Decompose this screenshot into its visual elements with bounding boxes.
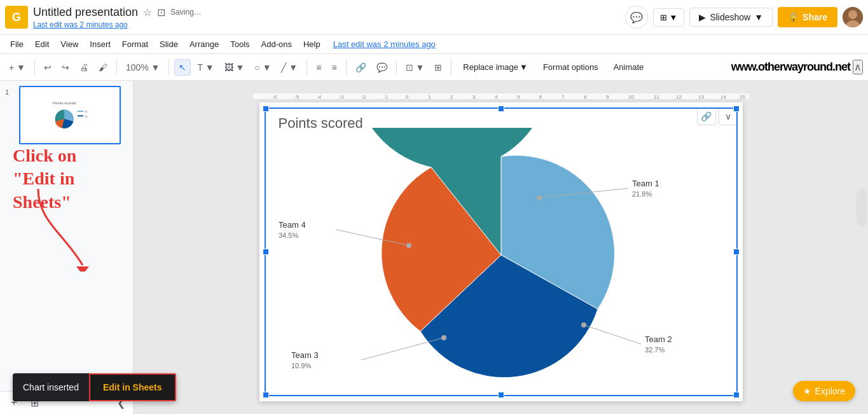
chart-controls: 🔗 ∨ — [697, 107, 738, 125]
separator-2 — [116, 60, 117, 75]
svg-point-46 — [406, 243, 411, 248]
svg-text:-6: -6 — [272, 94, 277, 100]
svg-text:Team 3: Team 3 — [291, 350, 319, 360]
menu-help[interactable]: Help — [298, 37, 326, 52]
add-button[interactable]: + ▼ — [5, 60, 29, 75]
separator-6 — [396, 60, 397, 75]
explore-icon: ★ — [803, 386, 811, 396]
last-edit-menu[interactable]: Last edit was 2 minutes ago — [333, 39, 436, 49]
saving-indicator: Saving… — [170, 8, 202, 17]
svg-text:14: 14 — [720, 94, 726, 100]
slideshow-button[interactable]: ▶ Slideshow ▼ — [689, 8, 773, 27]
share-button[interactable]: 🔒 Share — [778, 7, 837, 27]
svg-text:Team 4: Team 4 — [279, 220, 306, 230]
replace-image-chevron: ▼ — [520, 62, 528, 72]
handle-tl[interactable] — [263, 106, 269, 112]
svg-text:34.5%: 34.5% — [279, 231, 298, 239]
svg-text:-2: -2 — [361, 94, 366, 100]
comment-button[interactable]: 💬 — [625, 6, 648, 29]
print-button[interactable]: 🖨 — [76, 60, 92, 75]
slide-preview-1[interactable]: Points scored T1 T2 — [19, 86, 121, 144]
svg-point-42 — [441, 335, 446, 340]
cursor-button[interactable]: ↖ — [174, 59, 191, 76]
menu-tools[interactable]: Tools — [225, 37, 254, 52]
svg-text:T2: T2 — [85, 115, 88, 118]
svg-text:21.8%: 21.8% — [632, 190, 652, 198]
chain-link-button[interactable]: 🔗 — [697, 107, 716, 125]
zoom-button[interactable]: 100% ▼ — [122, 60, 164, 75]
top-bar: G Untitled presentation ☆ ⊡ Saving… Last… — [0, 0, 868, 35]
paint-format-button[interactable]: 🖌 — [95, 60, 111, 75]
doc-actions: Last edit was 2 minutes ago — [33, 20, 625, 29]
star-icon[interactable]: ☆ — [143, 6, 152, 18]
svg-text:Points scored: Points scored — [53, 101, 76, 105]
crop-button[interactable]: ⊡ ▼ — [402, 60, 429, 75]
view-button[interactable]: ⊞ ▼ — [653, 8, 685, 27]
redo-button[interactable]: ↪ — [58, 60, 73, 75]
svg-text:6: 6 — [539, 94, 542, 100]
doc-title[interactable]: Untitled presentation — [33, 6, 138, 19]
lock-icon: 🔒 — [788, 12, 799, 22]
mask-button[interactable]: ⊞ — [431, 60, 446, 75]
handle-tm[interactable] — [498, 106, 504, 112]
title-area: Untitled presentation ☆ ⊡ Saving… Last e… — [33, 6, 625, 29]
align-left-button[interactable]: ≡ — [312, 60, 325, 75]
separator-1 — [34, 60, 35, 75]
text-button[interactable]: T ▼ — [193, 60, 217, 75]
svg-point-34 — [537, 195, 542, 200]
undo-button[interactable]: ↩ — [40, 60, 55, 75]
svg-point-1 — [848, 10, 857, 19]
comment-toolbar-button[interactable]: 💬 — [373, 60, 391, 75]
svg-text:13: 13 — [698, 94, 704, 100]
svg-text:-1: -1 — [383, 94, 389, 100]
explore-button[interactable]: ★ Explore — [793, 381, 855, 401]
slide-preview-inner-1: Points scored T1 T2 — [20, 87, 120, 143]
line-button[interactable]: ╱ ▼ — [277, 60, 301, 75]
menu-slide[interactable]: Slide — [155, 37, 183, 52]
last-edit-link[interactable]: Last edit was 2 minutes ago — [33, 20, 128, 29]
svg-text:-3: -3 — [339, 94, 344, 100]
collapse-toolbar-button[interactable]: ∧ — [853, 60, 863, 74]
user-avatar[interactable] — [843, 7, 863, 27]
avatar-image — [843, 7, 863, 27]
replace-image-button[interactable]: Replace image ▼ — [457, 60, 534, 74]
svg-text:-5: -5 — [294, 94, 300, 100]
svg-line-41 — [361, 338, 444, 360]
separator-3 — [169, 60, 169, 75]
svg-text:7: 7 — [561, 94, 565, 100]
toolbar: + ▼ ↩ ↪ 🖨 🖌 100% ▼ ↖ T ▼ 🖼 ▼ ○ ▼ ╱ ▼ ≡ ≡… — [0, 54, 868, 81]
slide-thumbnail-1[interactable]: 1 Points scored T1 T2 — [5, 86, 128, 144]
svg-text:2: 2 — [450, 94, 453, 100]
slide-panel: 1 Points scored T1 T2 — [0, 81, 134, 414]
svg-marker-9 — [76, 266, 89, 272]
edit-in-sheets-button[interactable]: Edit in Sheets — [89, 373, 176, 401]
annotation-arrow — [32, 183, 108, 272]
svg-text:3: 3 — [472, 94, 476, 100]
svg-text:5: 5 — [517, 94, 520, 100]
share-label: Share — [803, 12, 827, 22]
menu-file[interactable]: File — [5, 37, 29, 52]
menu-addons[interactable]: Add-ons — [256, 37, 297, 52]
link-button[interactable]: 🔗 — [352, 60, 370, 75]
menu-view[interactable]: View — [55, 37, 83, 52]
history-icon[interactable]: ⊡ — [157, 6, 165, 18]
scrollbar-thumb[interactable] — [857, 188, 867, 226]
format-options-button[interactable]: Format options — [537, 60, 605, 74]
slideshow-icon: ▶ — [699, 12, 706, 22]
menu-arrange[interactable]: Arrange — [184, 37, 224, 52]
view-icon: ⊞ — [660, 13, 667, 22]
separator-4 — [307, 60, 307, 75]
shape-button[interactable]: ○ ▼ — [251, 60, 275, 75]
replace-image-label: Replace image — [463, 62, 518, 72]
canvas-area: // marks every ~35px -6 -5 -4 -3 -2 -1 0… — [134, 81, 868, 414]
chart-expand-button[interactable]: ∨ — [719, 107, 738, 125]
align-right-button[interactable]: ≡ — [327, 60, 340, 75]
annotation-line1: Click on — [13, 144, 133, 167]
snackbar: Chart inserted Edit in Sheets — [13, 373, 176, 401]
slide-number-1: 1 — [5, 86, 15, 96]
menu-insert[interactable]: Insert — [85, 37, 116, 52]
menu-edit[interactable]: Edit — [30, 37, 54, 52]
menu-format[interactable]: Format — [117, 37, 153, 52]
image-button[interactable]: 🖼 ▼ — [221, 60, 249, 75]
animate-button[interactable]: Animate — [607, 60, 651, 74]
